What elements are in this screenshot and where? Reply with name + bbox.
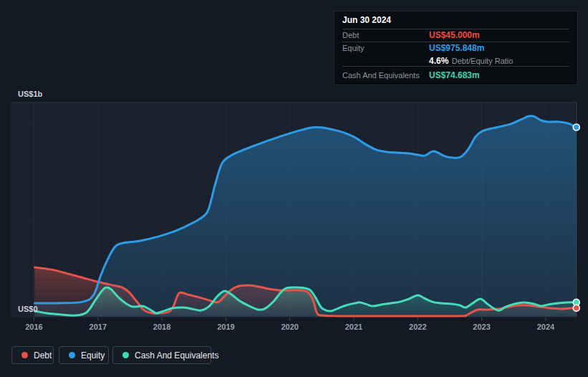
tooltip-row-debt: Debt US$45.000m <box>342 29 569 42</box>
chart-legend: Debt Equity Cash And Equivalents <box>0 346 588 365</box>
equity-series-dot-icon <box>69 352 75 358</box>
y-axis-label-min: US$0 <box>18 305 38 313</box>
cash-series-dot-icon <box>122 352 129 358</box>
equity-hover-dot <box>573 124 579 130</box>
tooltip-equity-label: Equity <box>342 42 429 54</box>
tooltip-ratio-label: Debt/Equity Ratio <box>452 57 514 65</box>
legend-item-equity[interactable]: Equity <box>59 346 109 364</box>
tooltip-debt-label: Debt <box>342 29 429 42</box>
debt-hover-dot <box>573 305 579 311</box>
legend-label-debt: Debt <box>34 350 52 361</box>
chart-tooltip: Jun 30 2024 Debt US$45.000m Equity US$97… <box>334 11 578 85</box>
tooltip-debt-value: US$45.000m <box>429 29 569 42</box>
tooltip-ratio-value: 4.6% <box>429 56 448 66</box>
tooltip-cash-label: Cash And Equivalents <box>342 67 429 85</box>
debt-equity-history-chart: US$1b US$0 20162017201820192020202120222… <box>0 0 588 377</box>
tooltip-cash-value: US$74.683m <box>429 67 569 85</box>
tooltip-equity-value: US$975.848m <box>429 42 569 54</box>
y-axis-label-max: US$1b <box>18 90 42 98</box>
tooltip-ratio: 4.6% Debt/Equity Ratio <box>429 54 569 67</box>
tooltip-row-equity: Equity US$975.848m <box>342 42 569 54</box>
legend-item-cash[interactable]: Cash And Equivalents <box>112 346 211 364</box>
legend-label-cash: Cash And Equivalents <box>135 350 218 361</box>
tooltip-date: Jun 30 2024 <box>342 11 569 29</box>
debt-series-dot-icon <box>21 352 28 358</box>
tooltip-row-cash: Cash And Equivalents US$74.683m <box>342 67 569 85</box>
legend-item-debt[interactable]: Debt <box>11 346 54 364</box>
legend-label-equity: Equity <box>81 350 105 361</box>
tooltip-row-ratio: 4.6% Debt/Equity Ratio <box>342 54 569 67</box>
